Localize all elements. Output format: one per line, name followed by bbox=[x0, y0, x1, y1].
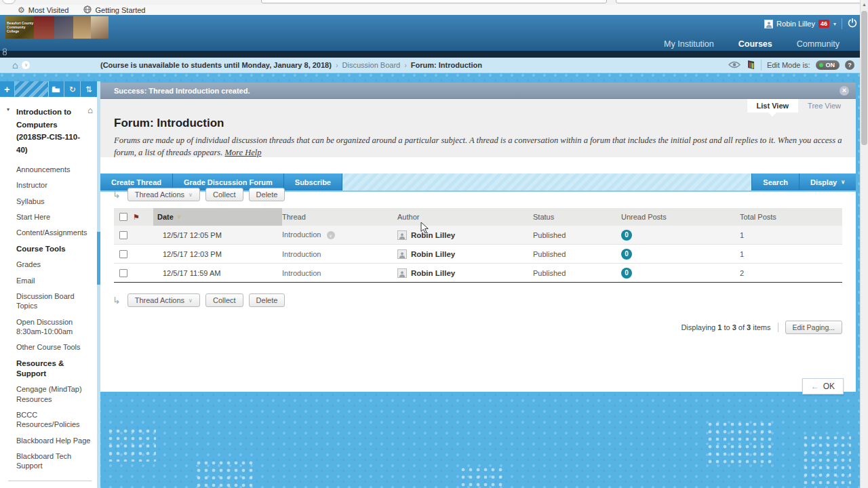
course-home-icon[interactable]: ⌂ bbox=[87, 105, 93, 115]
thread-status: Published bbox=[533, 231, 621, 239]
sidebar-item-other-course-tools[interactable]: Other Course Tools bbox=[16, 342, 92, 352]
user-avatar-icon bbox=[764, 20, 773, 28]
sidebar-item-start-here[interactable]: Start Here bbox=[16, 212, 92, 222]
bg-pattern-patch bbox=[108, 429, 156, 462]
paging-total: 3 bbox=[747, 323, 751, 331]
course-entry[interactable]: ▾ Introduction to Computers (2018SP-CIS-… bbox=[8, 105, 92, 155]
thread-list-section: ↳ Thread Actions ∨ Collect Delete ⚑ Date… bbox=[100, 177, 856, 392]
thread-actions-button[interactable]: Thread Actions ∨ bbox=[127, 188, 200, 201]
tab-tree-view[interactable]: Tree View bbox=[798, 99, 850, 113]
column-header-total-posts[interactable]: Total Posts bbox=[740, 213, 842, 221]
unread-count-badge[interactable]: 0 bbox=[621, 268, 632, 279]
select-all-checkbox-cell bbox=[114, 213, 133, 221]
sidebar-item-open-discussion[interactable]: Open Discussion 8:30am-10:00am bbox=[16, 317, 92, 337]
unread-count-badge[interactable]: 0 bbox=[621, 249, 632, 260]
menu-subheading: Resources & Support bbox=[16, 359, 92, 379]
menu-drag-area[interactable] bbox=[15, 81, 49, 97]
ok-button[interactable]: ← OK bbox=[802, 378, 844, 394]
sidebar-item-blackboard-help[interactable]: Blackboard Help Page bbox=[16, 436, 92, 445]
flag-icon[interactable]: ⚑ bbox=[133, 213, 153, 222]
column-header-date[interactable]: Date ▿ bbox=[153, 208, 282, 226]
tab-list-view[interactable]: List View bbox=[747, 99, 798, 113]
back-arrow-icon: ← bbox=[811, 382, 819, 391]
author-name[interactable]: Robin Lilley bbox=[411, 269, 455, 277]
collect-button[interactable]: Collect bbox=[205, 188, 243, 201]
add-menu-item-button[interactable]: + bbox=[0, 81, 15, 97]
column-header-unread-posts[interactable]: Unread Posts bbox=[621, 213, 740, 221]
reorder-icon[interactable]: ⇅ bbox=[81, 81, 97, 97]
header-bottom-strip bbox=[0, 51, 860, 58]
delete-button[interactable]: Delete bbox=[249, 188, 285, 201]
menu-item: Email bbox=[16, 276, 92, 285]
divider bbox=[778, 323, 778, 332]
edit-paging-button[interactable]: Edit Paging... bbox=[785, 321, 842, 334]
close-icon[interactable]: × bbox=[840, 86, 849, 96]
quick-links-icon[interactable] bbox=[2, 46, 7, 58]
row-checkbox[interactable] bbox=[119, 231, 127, 239]
home-icon[interactable]: ⌂ bbox=[12, 61, 18, 69]
logout-icon[interactable] bbox=[848, 18, 857, 29]
thread-actions-label: Thread Actions bbox=[135, 190, 184, 199]
bookmark-most-visited[interactable]: ⚙ Most Visited bbox=[18, 6, 68, 14]
sidebar-item-syllabus[interactable]: Syllabus bbox=[16, 197, 92, 206]
bg-pattern-patch bbox=[461, 468, 503, 488]
theme-picker-icon[interactable] bbox=[747, 60, 755, 71]
main-content: Success: Thread Introduction created. × … bbox=[100, 83, 856, 392]
column-header-author[interactable]: Author bbox=[397, 213, 533, 221]
paging-word: to bbox=[724, 323, 730, 331]
user-menu[interactable]: Robin Lilley 46 ▾ bbox=[764, 17, 857, 30]
search-bar[interactable] bbox=[616, 0, 860, 3]
address-bar[interactable] bbox=[261, 0, 607, 3]
breadcrumb-expand-button[interactable]: ∨ bbox=[22, 61, 30, 69]
browser-scrollbar[interactable]: ▲ bbox=[860, 0, 868, 488]
student-preview-icon[interactable] bbox=[728, 60, 741, 70]
column-header-status[interactable]: Status bbox=[533, 213, 621, 221]
sidebar-item-blackboard-tech-support[interactable]: Blackboard Tech Support bbox=[16, 451, 92, 471]
select-all-checkbox[interactable] bbox=[119, 213, 127, 221]
delete-button[interactable]: Delete bbox=[249, 293, 285, 307]
date-header-label: Date bbox=[157, 213, 174, 221]
tab-community[interactable]: Community bbox=[797, 39, 840, 49]
unread-count-badge[interactable]: 0 bbox=[621, 230, 632, 241]
more-help-link[interactable]: More Help bbox=[224, 148, 261, 157]
scrollbar-thumb[interactable] bbox=[861, 11, 867, 145]
tab-my-institution[interactable]: My Institution bbox=[664, 39, 714, 49]
notification-badge[interactable]: 46 bbox=[818, 20, 829, 28]
forum-description-text: Forums are made up of individual discuss… bbox=[114, 136, 842, 157]
collect-button[interactable]: Collect bbox=[205, 293, 243, 307]
thread-link[interactable]: Introduction bbox=[282, 250, 321, 258]
refresh-icon[interactable]: ↻ bbox=[64, 81, 81, 97]
thread-options-button[interactable]: ∨ bbox=[327, 231, 335, 239]
sidebar-item-discussion-board-topics[interactable]: Discussion Board Topics bbox=[16, 291, 92, 311]
row-checkbox[interactable] bbox=[119, 250, 127, 258]
edit-mode-toggle[interactable]: ON bbox=[816, 60, 840, 70]
sidebar-heading-course-tools: Course Tools bbox=[16, 244, 92, 254]
author-avatar-icon bbox=[397, 268, 407, 278]
thread-link[interactable]: Introduction bbox=[282, 269, 321, 277]
course-menu: Announcements Instructor Syllabus Start … bbox=[8, 165, 92, 470]
bookmark-getting-started[interactable]: Getting Started bbox=[83, 5, 145, 15]
scroll-up-icon[interactable]: ▲ bbox=[861, 0, 868, 9]
thread-cell: Introduction ∨ bbox=[282, 230, 397, 239]
sidebar-item-grades[interactable]: Grades bbox=[16, 260, 92, 269]
sidebar-item-bccc-resources[interactable]: BCCC Resources/Policies bbox=[16, 410, 92, 430]
thread-cell: Introduction bbox=[282, 250, 397, 258]
gear-icon: ⚙ bbox=[18, 7, 25, 14]
help-button[interactable]: ? bbox=[845, 60, 854, 70]
thread-link[interactable]: Introduction bbox=[282, 230, 321, 239]
mouse-cursor bbox=[420, 222, 429, 237]
author-name[interactable]: Robin Lilley bbox=[411, 250, 455, 258]
sidebar-item-email[interactable]: Email bbox=[16, 276, 92, 285]
author-name[interactable]: Robin Lilley bbox=[411, 231, 455, 239]
banner-photo bbox=[73, 16, 91, 39]
sidebar-item-content-assignments[interactable]: Content/Assignments bbox=[16, 228, 92, 237]
sidebar-item-announcements[interactable]: Announcements bbox=[16, 165, 92, 174]
row-checkbox[interactable] bbox=[119, 269, 127, 277]
breadcrumb-discussion-board[interactable]: Discussion Board bbox=[342, 61, 401, 69]
sidebar-item-cengage-resources[interactable]: Cengage (MindTap) Resources bbox=[16, 384, 92, 404]
column-header-thread[interactable]: Thread bbox=[282, 213, 397, 221]
tab-courses[interactable]: Courses bbox=[738, 39, 772, 49]
thread-actions-button[interactable]: Thread Actions ∨ bbox=[127, 293, 200, 307]
display-mode-icon[interactable] bbox=[49, 81, 65, 97]
sidebar-item-instructor[interactable]: Instructor bbox=[16, 180, 92, 190]
